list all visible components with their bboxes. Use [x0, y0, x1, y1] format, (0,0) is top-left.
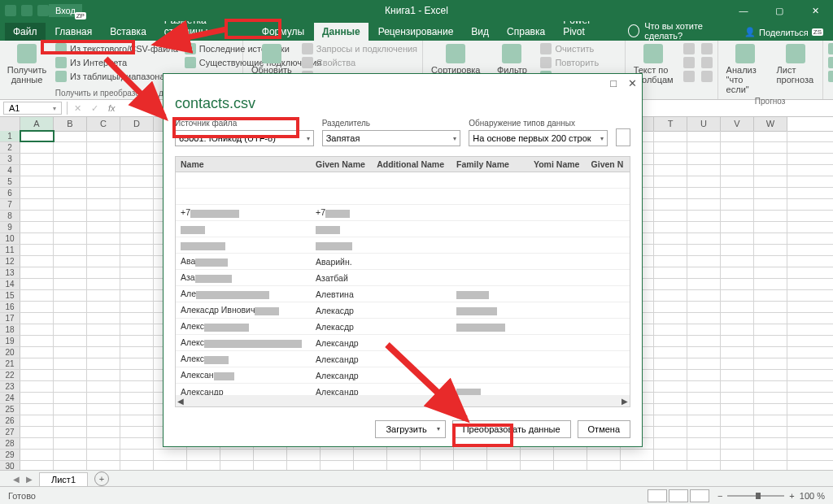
row-header[interactable]: 27: [0, 427, 20, 437]
cell[interactable]: [754, 347, 787, 358]
row-header[interactable]: 24: [0, 393, 20, 403]
cell[interactable]: [54, 427, 87, 437]
sort-button[interactable]: Сортировка: [428, 42, 483, 76]
cell[interactable]: [654, 415, 687, 426]
row-header[interactable]: 13: [0, 267, 20, 278]
cell[interactable]: [54, 233, 87, 244]
row-header[interactable]: 1: [0, 131, 20, 141]
row-header[interactable]: 22: [0, 370, 20, 380]
cell[interactable]: [754, 256, 787, 267]
group-button[interactable]: Группировать: [828, 42, 833, 55]
cell[interactable]: [87, 324, 120, 335]
cell[interactable]: [220, 450, 254, 460]
cell[interactable]: [454, 450, 487, 460]
cell[interactable]: [721, 324, 754, 335]
cell[interactable]: [654, 211, 687, 221]
cell[interactable]: [87, 211, 120, 221]
cell[interactable]: [54, 222, 87, 232]
cell[interactable]: [654, 290, 687, 301]
cell[interactable]: [687, 347, 721, 358]
whatif-button[interactable]: Анализ "что если": [723, 42, 767, 96]
cell[interactable]: [54, 404, 87, 415]
cell[interactable]: [87, 154, 120, 164]
row-header[interactable]: 19: [0, 336, 20, 346]
cell[interactable]: [687, 381, 721, 392]
cell[interactable]: [654, 245, 687, 255]
cell[interactable]: [54, 450, 87, 460]
cell[interactable]: [87, 415, 120, 426]
cell[interactable]: [20, 313, 54, 324]
cell[interactable]: [654, 142, 687, 153]
new-sheet-button[interactable]: +: [94, 471, 109, 486]
tab-file[interactable]: Файл: [5, 23, 46, 41]
cell[interactable]: [754, 381, 787, 392]
cell[interactable]: [687, 393, 721, 403]
detection-select[interactable]: На основе первых 200 строк: [469, 130, 608, 146]
cell[interactable]: [387, 450, 421, 460]
cell[interactable]: [154, 450, 187, 460]
cell[interactable]: [687, 302, 721, 312]
cell[interactable]: [721, 165, 754, 176]
col-header[interactable]: U: [687, 117, 721, 131]
cell[interactable]: [120, 438, 154, 449]
cell[interactable]: [87, 381, 120, 392]
row-header[interactable]: 17: [0, 313, 20, 324]
cell[interactable]: [20, 211, 54, 221]
cell[interactable]: [54, 415, 87, 426]
cell[interactable]: [20, 450, 54, 460]
cell[interactable]: [721, 336, 754, 346]
cell[interactable]: [621, 450, 654, 460]
cancel-button[interactable]: Отмена: [578, 420, 630, 438]
cell[interactable]: [20, 302, 54, 312]
cell[interactable]: [654, 324, 687, 335]
cell[interactable]: [120, 450, 154, 460]
cell[interactable]: [87, 290, 120, 301]
cell[interactable]: [721, 381, 754, 392]
cell[interactable]: [87, 131, 120, 141]
cell[interactable]: [87, 393, 120, 403]
cell[interactable]: [754, 358, 787, 369]
cell[interactable]: [721, 302, 754, 312]
col-header[interactable]: C: [87, 117, 120, 131]
cell[interactable]: [687, 211, 721, 221]
cell[interactable]: [120, 165, 154, 176]
cell[interactable]: [654, 450, 687, 460]
cell[interactable]: [554, 450, 587, 460]
view-layout-icon[interactable]: [669, 489, 688, 502]
cell[interactable]: [721, 142, 754, 153]
forecast-button[interactable]: Лист прогноза: [774, 42, 818, 86]
cell[interactable]: [120, 222, 154, 232]
cell[interactable]: [654, 176, 687, 187]
cell[interactable]: [687, 313, 721, 324]
cell[interactable]: [721, 393, 754, 403]
cell[interactable]: [120, 279, 154, 289]
cell[interactable]: [120, 415, 154, 426]
cell[interactable]: [687, 165, 721, 176]
cell[interactable]: [120, 256, 154, 267]
cell[interactable]: [721, 245, 754, 255]
cell[interactable]: [687, 142, 721, 153]
cell[interactable]: [120, 370, 154, 380]
load-button[interactable]: Загрузить: [375, 420, 445, 438]
cell[interactable]: [20, 404, 54, 415]
cell[interactable]: [754, 427, 787, 437]
row-header[interactable]: 29: [0, 450, 20, 460]
row-header[interactable]: 16: [0, 302, 20, 312]
delimiter-select[interactable]: Запятая: [322, 130, 461, 146]
cell[interactable]: [687, 438, 721, 449]
cell[interactable]: [20, 347, 54, 358]
cell[interactable]: [654, 165, 687, 176]
cell[interactable]: [654, 256, 687, 267]
cell[interactable]: [87, 404, 120, 415]
cell[interactable]: [20, 279, 54, 289]
cell[interactable]: [654, 222, 687, 232]
row-header[interactable]: 15: [0, 290, 20, 301]
cell[interactable]: [521, 450, 554, 460]
cell[interactable]: [721, 450, 754, 460]
cell[interactable]: [721, 370, 754, 380]
cell[interactable]: [754, 222, 787, 232]
cell[interactable]: [54, 256, 87, 267]
col-header[interactable]: A: [20, 117, 54, 131]
cell[interactable]: [20, 393, 54, 403]
cell[interactable]: [120, 347, 154, 358]
